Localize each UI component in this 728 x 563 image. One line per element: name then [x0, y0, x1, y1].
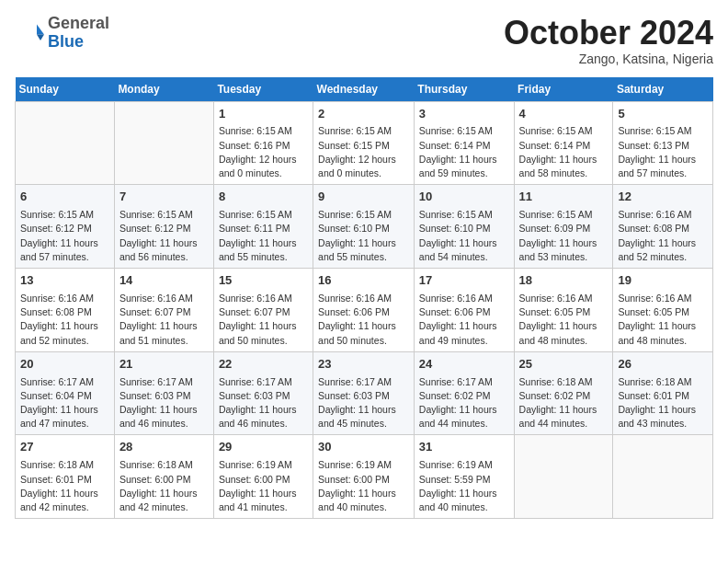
day-number: 28: [119, 439, 209, 456]
calendar-header-row: Sunday Monday Tuesday Wednesday Thursday…: [16, 77, 713, 102]
calendar-week-row: 6Sunrise: 6:15 AMSunset: 6:12 PMDaylight…: [16, 185, 713, 269]
table-row: 7Sunrise: 6:15 AMSunset: 6:12 PMDaylight…: [114, 185, 213, 269]
day-info: Sunrise: 6:15 AMSunset: 6:10 PMDaylight:…: [419, 208, 509, 264]
day-number: 3: [419, 106, 509, 123]
logo-text: General Blue: [48, 15, 109, 52]
table-row: 25Sunrise: 6:18 AMSunset: 6:02 PMDayligh…: [514, 351, 613, 435]
col-sunday: Sunday: [16, 77, 115, 102]
table-row: 14Sunrise: 6:16 AMSunset: 6:07 PMDayligh…: [114, 269, 213, 352]
day-number: 20: [20, 356, 109, 373]
svg-marker-0: [37, 24, 44, 34]
day-number: 26: [618, 356, 708, 373]
day-number: 30: [318, 439, 409, 456]
page-header: General Blue October 2024 Zango, Katsina…: [15, 15, 713, 66]
day-info: Sunrise: 6:17 AMSunset: 6:03 PMDaylight:…: [219, 375, 308, 431]
day-info: Sunrise: 6:18 AMSunset: 6:01 PMDaylight:…: [20, 458, 109, 514]
day-info: Sunrise: 6:16 AMSunset: 6:06 PMDaylight:…: [318, 292, 409, 348]
day-info: Sunrise: 6:15 AMSunset: 6:10 PMDaylight:…: [318, 208, 409, 264]
day-number: 10: [419, 189, 509, 206]
table-row: 27Sunrise: 6:18 AMSunset: 6:01 PMDayligh…: [16, 435, 115, 519]
table-row: 30Sunrise: 6:19 AMSunset: 6:00 PMDayligh…: [313, 435, 415, 519]
table-row: 21Sunrise: 6:17 AMSunset: 6:03 PMDayligh…: [114, 351, 213, 435]
day-info: Sunrise: 6:15 AMSunset: 6:16 PMDaylight:…: [219, 124, 308, 180]
table-row: [613, 435, 713, 519]
day-number: 4: [519, 106, 609, 123]
table-row: 2Sunrise: 6:15 AMSunset: 6:15 PMDaylight…: [313, 101, 415, 185]
month-title: October 2024: [504, 15, 713, 52]
col-thursday: Thursday: [414, 77, 514, 102]
table-row: 9Sunrise: 6:15 AMSunset: 6:10 PMDaylight…: [313, 185, 415, 269]
calendar-week-row: 13Sunrise: 6:16 AMSunset: 6:08 PMDayligh…: [16, 269, 713, 352]
calendar-table: Sunday Monday Tuesday Wednesday Thursday…: [15, 77, 713, 520]
table-row: 19Sunrise: 6:16 AMSunset: 6:05 PMDayligh…: [613, 269, 713, 352]
table-row: 26Sunrise: 6:18 AMSunset: 6:01 PMDayligh…: [613, 351, 713, 435]
day-info: Sunrise: 6:15 AMSunset: 6:09 PMDaylight:…: [519, 208, 609, 264]
table-row: 20Sunrise: 6:17 AMSunset: 6:04 PMDayligh…: [16, 351, 115, 435]
day-info: Sunrise: 6:15 AMSunset: 6:11 PMDaylight:…: [219, 208, 308, 264]
table-row: 13Sunrise: 6:16 AMSunset: 6:08 PMDayligh…: [16, 269, 115, 352]
day-number: 13: [20, 272, 109, 290]
table-row: 3Sunrise: 6:15 AMSunset: 6:14 PMDaylight…: [414, 101, 514, 185]
day-info: Sunrise: 6:19 AMSunset: 5:59 PMDaylight:…: [419, 458, 509, 514]
day-info: Sunrise: 6:17 AMSunset: 6:04 PMDaylight:…: [20, 375, 109, 431]
table-row: 12Sunrise: 6:16 AMSunset: 6:08 PMDayligh…: [613, 185, 713, 269]
logo-icon: [15, 18, 44, 48]
day-info: Sunrise: 6:15 AMSunset: 6:12 PMDaylight:…: [119, 208, 209, 264]
calendar-week-row: 27Sunrise: 6:18 AMSunset: 6:01 PMDayligh…: [16, 435, 713, 519]
day-info: Sunrise: 6:15 AMSunset: 6:14 PMDaylight:…: [519, 124, 609, 180]
table-row: [514, 435, 613, 519]
day-info: Sunrise: 6:17 AMSunset: 6:02 PMDaylight:…: [419, 375, 509, 431]
day-number: 11: [519, 189, 609, 206]
day-info: Sunrise: 6:17 AMSunset: 6:03 PMDaylight:…: [119, 375, 209, 431]
day-number: 12: [618, 189, 708, 206]
table-row: 31Sunrise: 6:19 AMSunset: 5:59 PMDayligh…: [414, 435, 514, 519]
calendar-week-row: 20Sunrise: 6:17 AMSunset: 6:04 PMDayligh…: [16, 351, 713, 435]
table-row: 16Sunrise: 6:16 AMSunset: 6:06 PMDayligh…: [313, 269, 415, 352]
logo-general: General: [48, 14, 109, 32]
day-number: 31: [419, 439, 509, 456]
day-info: Sunrise: 6:18 AMSunset: 6:00 PMDaylight:…: [119, 458, 209, 514]
day-number: 27: [20, 439, 109, 456]
day-number: 7: [119, 189, 209, 206]
table-row: 15Sunrise: 6:16 AMSunset: 6:07 PMDayligh…: [213, 269, 313, 352]
table-row: 8Sunrise: 6:15 AMSunset: 6:11 PMDaylight…: [213, 185, 313, 269]
day-info: Sunrise: 6:16 AMSunset: 6:07 PMDaylight:…: [219, 292, 308, 348]
day-info: Sunrise: 6:16 AMSunset: 6:08 PMDaylight:…: [20, 292, 109, 348]
logo: General Blue: [15, 15, 109, 52]
svg-marker-1: [37, 34, 44, 40]
table-row: [16, 101, 115, 185]
table-row: 10Sunrise: 6:15 AMSunset: 6:10 PMDayligh…: [414, 185, 514, 269]
day-info: Sunrise: 6:19 AMSunset: 6:00 PMDaylight:…: [219, 458, 308, 514]
table-row: 5Sunrise: 6:15 AMSunset: 6:13 PMDaylight…: [613, 101, 713, 185]
col-friday: Friday: [514, 77, 613, 102]
table-row: 22Sunrise: 6:17 AMSunset: 6:03 PMDayligh…: [213, 351, 313, 435]
day-number: 29: [219, 439, 308, 456]
table-row: 4Sunrise: 6:15 AMSunset: 6:14 PMDaylight…: [514, 101, 613, 185]
table-row: 11Sunrise: 6:15 AMSunset: 6:09 PMDayligh…: [514, 185, 613, 269]
col-saturday: Saturday: [613, 77, 713, 102]
day-number: 19: [618, 272, 708, 290]
day-info: Sunrise: 6:16 AMSunset: 6:08 PMDaylight:…: [618, 208, 708, 264]
col-monday: Monday: [114, 77, 213, 102]
day-info: Sunrise: 6:15 AMSunset: 6:13 PMDaylight:…: [618, 124, 708, 180]
day-info: Sunrise: 6:19 AMSunset: 6:00 PMDaylight:…: [318, 458, 409, 514]
day-info: Sunrise: 6:17 AMSunset: 6:03 PMDaylight:…: [318, 375, 409, 431]
table-row: [114, 101, 213, 185]
logo-blue: Blue: [48, 32, 84, 51]
day-number: 9: [318, 189, 409, 206]
day-number: 21: [119, 356, 209, 373]
table-row: 17Sunrise: 6:16 AMSunset: 6:06 PMDayligh…: [414, 269, 514, 352]
table-row: 24Sunrise: 6:17 AMSunset: 6:02 PMDayligh…: [414, 351, 514, 435]
day-number: 16: [318, 272, 409, 290]
day-info: Sunrise: 6:16 AMSunset: 6:05 PMDaylight:…: [519, 292, 609, 348]
table-row: 6Sunrise: 6:15 AMSunset: 6:12 PMDaylight…: [16, 185, 115, 269]
day-number: 17: [419, 272, 509, 290]
day-number: 18: [519, 272, 609, 290]
day-info: Sunrise: 6:15 AMSunset: 6:14 PMDaylight:…: [419, 124, 509, 180]
day-number: 15: [219, 272, 308, 290]
day-number: 8: [219, 189, 308, 206]
table-row: 18Sunrise: 6:16 AMSunset: 6:05 PMDayligh…: [514, 269, 613, 352]
day-info: Sunrise: 6:16 AMSunset: 6:07 PMDaylight:…: [119, 292, 209, 348]
table-row: 28Sunrise: 6:18 AMSunset: 6:00 PMDayligh…: [114, 435, 213, 519]
day-number: 25: [519, 356, 609, 373]
